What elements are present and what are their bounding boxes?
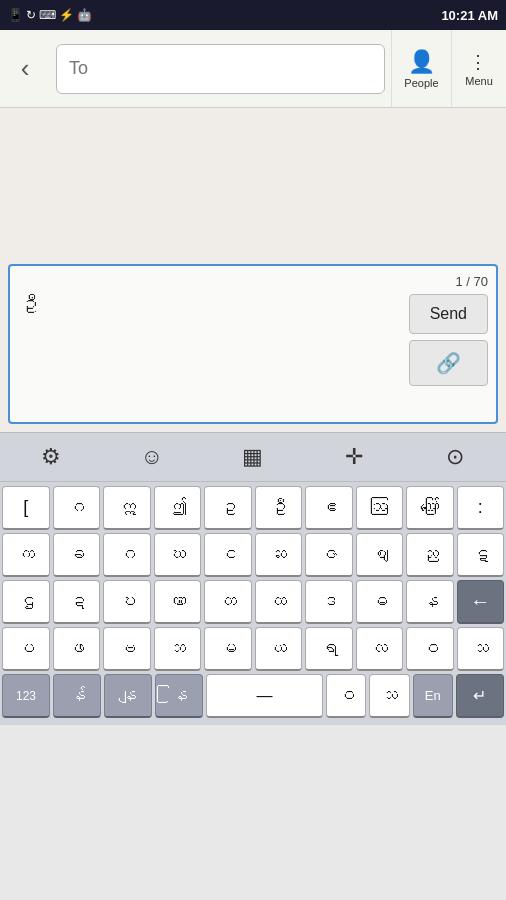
key-r1-4[interactable]: ဤ: [154, 486, 202, 530]
key-r4-7[interactable]: ရ: [305, 627, 353, 671]
status-time: 10:21 AM: [441, 8, 498, 23]
key-r2-4[interactable]: ဃ: [154, 533, 202, 577]
keyboard-toggle-icon: ▦: [242, 444, 263, 470]
enter-key[interactable]: ↵: [456, 674, 504, 718]
move-icon: ✛: [345, 444, 363, 470]
key-r4-1[interactable]: ပ: [2, 627, 50, 671]
message-area: [0, 108, 506, 256]
key-r2-8[interactable]: ဈ: [356, 533, 404, 577]
key-r3-1[interactable]: ဌ: [2, 580, 50, 624]
keyboard-row-3: ဌ ဍ ဎ ဏ တ ထ ဒ ဓ န ←: [2, 580, 504, 624]
status-bar: 📱 ↻ ⌨ ⚡ 🤖 10:21 AM: [0, 0, 506, 30]
key-r4-5[interactable]: မ: [204, 627, 252, 671]
key-r1-2[interactable]: ဂ: [53, 486, 101, 530]
attach-icon: 🔗: [436, 352, 461, 374]
to-input[interactable]: [69, 58, 372, 79]
sync-icon: ↻: [26, 8, 36, 22]
keyboard-row-2: က ခ ဂ ဃ င ဆ ဇ ဈ ည ဋ: [2, 533, 504, 577]
key-r4-4[interactable]: ဘ: [154, 627, 202, 671]
key-r2-7[interactable]: ဇ: [305, 533, 353, 577]
key-r4-8[interactable]: လ: [356, 627, 404, 671]
key-r2-9[interactable]: ည: [406, 533, 454, 577]
key-123[interactable]: 123: [2, 674, 50, 718]
key-r4-6[interactable]: ယ: [255, 627, 303, 671]
menu-button[interactable]: ⋮ Menu: [451, 30, 506, 108]
key-myanmar-combo2[interactable]: နျ: [104, 674, 152, 718]
key-myanmar-combo3[interactable]: နြ: [155, 674, 203, 718]
key-r1-8[interactable]: ဩ: [356, 486, 404, 530]
key-en[interactable]: En: [413, 674, 453, 718]
settings-toolbar-button[interactable]: ⚙: [27, 437, 75, 477]
key-myanmar-tha[interactable]: သ: [369, 674, 409, 718]
key-r3-3[interactable]: ဎ: [103, 580, 151, 624]
back-arrow-icon: ‹: [21, 53, 30, 84]
people-icon: 👤: [408, 49, 435, 75]
compose-box[interactable]: 1 / 70 ဦ Send 🔗: [8, 264, 498, 424]
menu-icon: ⋮: [469, 51, 489, 73]
key-r2-5[interactable]: င: [204, 533, 252, 577]
keyboard-toggle-button[interactable]: ▦: [229, 437, 277, 477]
settings-icon: ⚙: [41, 444, 61, 470]
key-r3-5[interactable]: တ: [204, 580, 252, 624]
key-r4-10[interactable]: သ: [457, 627, 505, 671]
key-bracket[interactable]: [: [2, 486, 50, 530]
space-key[interactable]: —: [206, 674, 323, 718]
people-label: People: [404, 77, 438, 89]
key-r4-9[interactable]: ဝ: [406, 627, 454, 671]
app-icon: 🤖: [77, 8, 92, 22]
key-r3-9[interactable]: န: [406, 580, 454, 624]
status-icons-left: 📱 ↻ ⌨ ⚡ 🤖: [8, 8, 92, 22]
people-button[interactable]: 👤 People: [391, 30, 451, 108]
key-r3-8[interactable]: ဓ: [356, 580, 404, 624]
key-r3-6[interactable]: ထ: [255, 580, 303, 624]
key-r4-2[interactable]: ဖ: [53, 627, 101, 671]
keyboard-row-5: 123 န် နျ နြ — ဝ သ En ↵: [2, 674, 504, 718]
key-r1-9[interactable]: ဪ: [406, 486, 454, 530]
key-r3-2[interactable]: ဍ: [53, 580, 101, 624]
collapse-toolbar-button[interactable]: ⊙: [431, 437, 479, 477]
key-r3-4[interactable]: ဏ: [154, 580, 202, 624]
emoji-toolbar-button[interactable]: ☺: [128, 437, 176, 477]
key-r1-7[interactable]: ဧ: [305, 486, 353, 530]
compose-actions: Send 🔗: [409, 294, 488, 386]
key-colon[interactable]: :: [457, 486, 505, 530]
collapse-icon: ⊙: [446, 444, 464, 470]
keyboard-toolbar: ⚙ ☺ ▦ ✛ ⊙: [0, 432, 506, 482]
to-input-container[interactable]: [56, 44, 385, 94]
key-r3-7[interactable]: ဒ: [305, 580, 353, 624]
key-r1-5[interactable]: ဥ: [204, 486, 252, 530]
move-toolbar-button[interactable]: ✛: [330, 437, 378, 477]
key-myanmar-combo1[interactable]: န်: [53, 674, 101, 718]
key-r2-10[interactable]: ဋ: [457, 533, 505, 577]
attach-button[interactable]: 🔗: [409, 340, 488, 386]
key-myanmar-wa[interactable]: ဝ: [326, 674, 366, 718]
key-r2-6[interactable]: ဆ: [255, 533, 303, 577]
menu-label: Menu: [465, 75, 493, 87]
keyboard-icon: ⌨: [39, 8, 56, 22]
send-button[interactable]: Send: [409, 294, 488, 334]
key-r4-3[interactable]: ဗ: [103, 627, 151, 671]
keyboard: [ ဂ ဣ ဤ ဥ ဦ ဧ ဩ ဪ : က ခ ဂ ဃ င ဆ ဇ ဈ ည ဋ …: [0, 482, 506, 725]
keyboard-row-1: [ ဂ ဣ ဤ ဥ ဦ ဧ ဩ ဪ :: [2, 486, 504, 530]
char-count: 1 / 70: [18, 274, 488, 289]
usb-icon: ⚡: [59, 8, 74, 22]
top-bar: ‹ 👤 People ⋮ Menu: [0, 30, 506, 108]
key-r2-2[interactable]: ခ: [53, 533, 101, 577]
backspace-key[interactable]: ←: [457, 580, 505, 624]
notification-icon: 📱: [8, 8, 23, 22]
back-button[interactable]: ‹: [0, 30, 50, 108]
key-r2-1[interactable]: က: [2, 533, 50, 577]
key-r2-3[interactable]: ဂ: [103, 533, 151, 577]
emoji-icon: ☺: [141, 444, 163, 470]
key-r1-3[interactable]: ဣ: [103, 486, 151, 530]
compose-area: 1 / 70 ဦ Send 🔗: [0, 256, 506, 432]
keyboard-row-4: ပ ဖ ဗ ဘ မ ယ ရ လ ဝ သ: [2, 627, 504, 671]
key-r1-6[interactable]: ဦ: [255, 486, 303, 530]
